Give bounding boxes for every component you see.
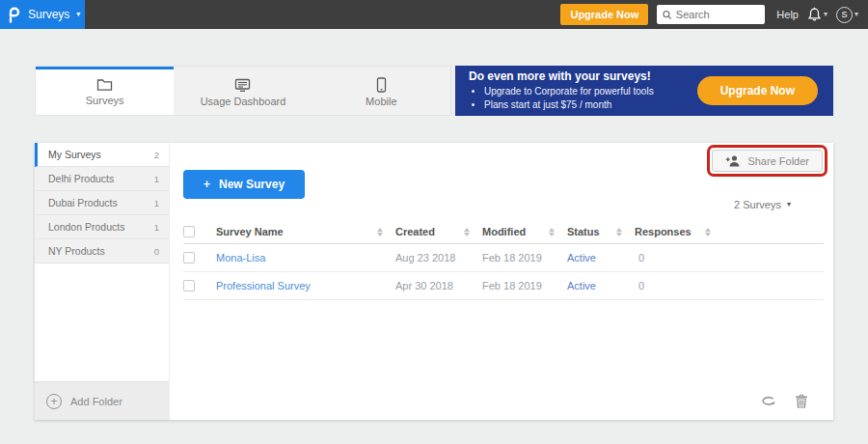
notifications-button[interactable]: ▾ <box>807 7 827 22</box>
table-row: Mona-Lisa Aug 23 2018 Feb 18 2019 Active… <box>183 244 824 272</box>
share-folder-label: Share Folder <box>747 155 809 167</box>
sidebar-item-ny-products[interactable]: NY Products 0 <box>35 239 169 264</box>
surveys-table: Survey Name Created Modified Status <box>183 220 824 300</box>
sort-icon[interactable] <box>549 228 555 236</box>
survey-name-link[interactable]: Mona-Lisa <box>216 252 395 264</box>
modified-date: Feb 18 2019 <box>482 280 567 291</box>
sidebar-spacer <box>35 264 169 381</box>
header-label: Modified <box>482 226 526 237</box>
sidebar-item-my-surveys[interactable]: My Surveys 2 <box>35 143 169 167</box>
chevron-down-icon: ▾ <box>76 11 80 18</box>
person-add-icon <box>725 154 741 167</box>
folder-count: 1 <box>154 174 159 184</box>
responses-count: 0 <box>635 280 723 291</box>
top-bar: Surveys ▾ Upgrade Now Help ▾ <box>0 0 868 29</box>
annotation-highlight: Share Folder <box>707 145 827 177</box>
content-card: My Surveys 2 Delhi Products 1 Dubai Prod… <box>35 143 833 420</box>
header-label: Survey Name <box>216 226 284 237</box>
modified-date: Feb 18 2019 <box>482 252 567 264</box>
header-modified[interactable]: Modified <box>482 226 567 237</box>
row-checkbox[interactable] <box>183 280 195 291</box>
sort-icon[interactable] <box>377 228 383 236</box>
app-menu-label: Surveys <box>28 8 69 21</box>
chevron-down-icon: ▾ <box>824 11 827 18</box>
restore-icon[interactable] <box>761 395 777 408</box>
survey-name-link[interactable]: Professional Survey <box>216 280 395 291</box>
header-label: Responses <box>635 226 692 237</box>
select-all-checkbox[interactable] <box>183 226 195 237</box>
survey-count-label: 2 Surveys <box>734 199 781 210</box>
search-input[interactable] <box>676 9 759 20</box>
upgrade-now-button[interactable]: Upgrade Now <box>560 4 648 25</box>
survey-count-dropdown[interactable]: 2 Surveys ▾ <box>734 199 791 210</box>
mobile-icon <box>376 77 387 93</box>
promo-bullet: Upgrade to Corporate for powerful tools <box>484 85 654 99</box>
header-status[interactable]: Status <box>567 226 635 237</box>
responses-count: 0 <box>635 252 723 264</box>
plus-icon: + <box>203 178 210 191</box>
sidebar-item-dubai-products[interactable]: Dubai Products 1 <box>35 191 169 215</box>
tab-label: Usage Dashboard <box>201 96 286 107</box>
new-survey-button[interactable]: + New Survey <box>183 170 305 199</box>
header-created[interactable]: Created <box>395 226 482 237</box>
promo-bullet: Plans start at just $75 / month <box>484 98 654 113</box>
promo-banner: Do even more with your surveys! Upgrade … <box>455 66 833 116</box>
tab-usage-dashboard[interactable]: Usage Dashboard <box>174 67 312 115</box>
new-survey-label: New Survey <box>219 178 285 191</box>
header-survey-name[interactable]: Survey Name <box>216 226 395 237</box>
folder-icon <box>96 78 113 92</box>
folder-count: 1 <box>154 198 159 208</box>
search-box[interactable] <box>657 5 765 24</box>
tab-surveys[interactable]: Surveys <box>36 67 174 115</box>
sidebar-item-delhi-products[interactable]: Delhi Products 1 <box>35 167 169 191</box>
chevron-down-icon: ▾ <box>787 201 791 208</box>
avatar: S <box>836 7 853 23</box>
app-switcher-surveys[interactable]: Surveys ▾ <box>0 0 85 29</box>
plus-circle-icon: + <box>46 394 62 409</box>
folder-count: 1 <box>154 222 159 233</box>
row-checkbox[interactable] <box>183 252 195 264</box>
help-link[interactable]: Help <box>776 9 799 20</box>
tab-label: Surveys <box>86 95 124 106</box>
sort-icon[interactable] <box>705 228 711 236</box>
promo-bullets: Upgrade to Corporate for powerful tools … <box>484 85 654 113</box>
search-icon <box>663 10 672 20</box>
bell-icon <box>807 7 822 22</box>
table-header-row: Survey Name Created Modified Status <box>183 220 824 244</box>
banner-upgrade-button[interactable]: Upgrade Now <box>697 76 818 105</box>
created-date: Apr 30 2018 <box>395 280 482 291</box>
promo-title: Do even more with your surveys! <box>469 69 654 83</box>
folder-label: NY Products <box>48 245 105 257</box>
header-label: Created <box>395 226 435 237</box>
header-label: Status <box>567 226 600 237</box>
folder-label: Delhi Products <box>48 173 114 184</box>
chevron-down-icon: ▾ <box>854 11 858 18</box>
add-folder-label: Add Folder <box>70 396 122 407</box>
add-folder-button[interactable]: + Add Folder <box>35 381 169 420</box>
created-date: Aug 23 2018 <box>395 252 482 264</box>
folder-label: My Surveys <box>48 149 101 160</box>
folder-label: London Products <box>48 221 124 233</box>
status-badge: Active <box>567 280 635 291</box>
surveys-panel: Share Folder + New Survey 2 Surveys ▾ Su… <box>170 143 833 420</box>
table-footer-actions <box>761 394 808 408</box>
app-window: Surveys ▾ Upgrade Now Help ▾ <box>0 0 868 444</box>
status-badge: Active <box>567 252 635 264</box>
topbar-actions: Upgrade Now Help ▾ S ▾ <box>560 4 868 25</box>
account-menu[interactable]: S ▾ <box>836 7 858 23</box>
section-tabs: Surveys Usage Dashboard Mobile <box>35 66 451 116</box>
tab-mobile[interactable]: Mobile <box>312 67 450 115</box>
share-folder-button[interactable]: Share Folder <box>712 150 823 172</box>
sort-icon[interactable] <box>616 228 622 236</box>
proprofs-logo <box>7 7 21 23</box>
sort-icon[interactable] <box>464 228 470 236</box>
header-responses[interactable]: Responses <box>635 226 723 237</box>
sidebar-item-london-products[interactable]: London Products 1 <box>35 215 169 239</box>
table-row: Professional Survey Apr 30 2018 Feb 18 2… <box>183 272 824 300</box>
trash-icon[interactable] <box>795 394 808 408</box>
folder-count: 2 <box>154 150 159 160</box>
folder-count: 0 <box>154 246 159 257</box>
folder-label: Dubai Products <box>48 197 118 208</box>
tab-label: Mobile <box>366 96 396 107</box>
dashboard-icon <box>234 78 251 93</box>
